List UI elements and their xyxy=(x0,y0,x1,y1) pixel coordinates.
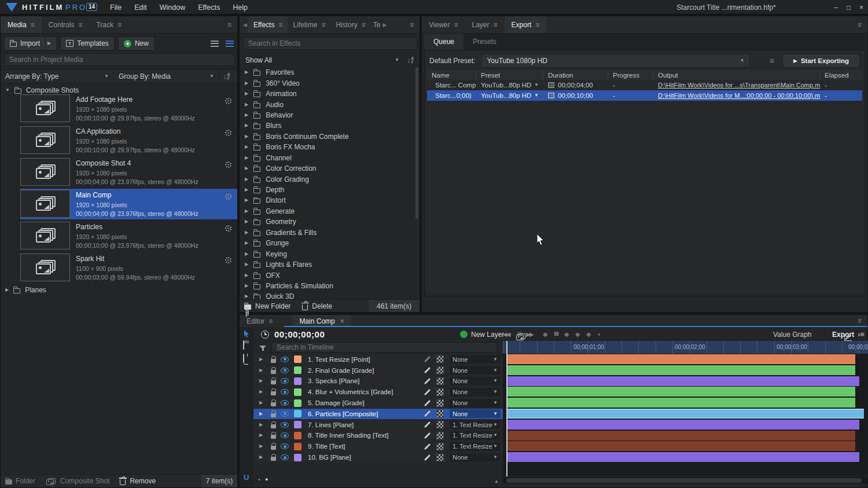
tab-scroll-right-icon[interactable]: ▶ xyxy=(383,22,387,28)
lock-icon[interactable] xyxy=(271,457,276,461)
menu-window[interactable]: Window xyxy=(160,3,185,12)
caret-right-icon[interactable]: ▶ xyxy=(245,241,248,245)
collapse-panel-icon[interactable]: ›≡ xyxy=(858,330,865,339)
splitter-grip-icon[interactable]: ▲ xyxy=(494,479,499,484)
pencil-icon[interactable] xyxy=(424,378,431,384)
effect-folder-favorites[interactable]: ▶Favorites xyxy=(240,67,417,78)
lock-icon[interactable] xyxy=(271,391,276,395)
caret-right-icon[interactable]: ▶ xyxy=(245,262,248,267)
column-output[interactable]: Output xyxy=(653,70,820,80)
tab-effects[interactable]: Effects≡ xyxy=(248,16,288,33)
menu-effects[interactable]: Effects xyxy=(198,3,220,12)
new-folder-button[interactable]: New Folder xyxy=(244,302,290,310)
timeline-clip-bar[interactable] xyxy=(507,452,859,462)
lock-icon[interactable] xyxy=(271,446,276,450)
layer-row-8[interactable]: ▶ 8. Title Inner Shading [Text] 1. Text … xyxy=(253,431,503,441)
tab-track[interactable]: Track≡ xyxy=(89,16,128,33)
remove-button[interactable]: Remove xyxy=(120,477,156,485)
sort-icon[interactable]: ↓AZ xyxy=(407,57,414,64)
start-exporting-button[interactable]: ▶ Start Exporting xyxy=(782,54,860,68)
layer-name[interactable]: 6. Particles [Composite] xyxy=(308,410,424,417)
tab-menu-icon[interactable]: ≡ xyxy=(362,21,366,28)
effect-folder-color-correction[interactable]: ▶Color Correction xyxy=(240,163,417,174)
tab-text-truncated[interactable]: Te xyxy=(371,16,383,33)
sort-icon[interactable]: ↓AZ xyxy=(223,73,230,80)
mask-checkerboard-icon[interactable] xyxy=(436,399,444,407)
effect-folder-360-video[interactable]: ▶360° Video xyxy=(240,78,417,88)
lock-icon[interactable] xyxy=(271,435,276,439)
effect-folder-channel[interactable]: ▶Channel xyxy=(240,153,417,163)
lock-icon[interactable] xyxy=(271,359,276,363)
layer-color-swatch[interactable] xyxy=(294,377,301,385)
parent-layer-dropdown[interactable]: 1. Text Resize▼ xyxy=(450,420,501,429)
eye-visibility-icon[interactable] xyxy=(281,411,289,417)
queue-row-1[interactable]: Starc... Comp YouTub...80p HD▼ 00;00;04;… xyxy=(427,80,862,90)
column-preset[interactable]: Preset xyxy=(476,70,543,80)
composite-shot-button[interactable]: Composite Shot xyxy=(46,477,109,486)
tab-menu-icon[interactable]: ≡ xyxy=(269,318,273,325)
effect-folder-generate[interactable]: ▶Generate xyxy=(240,206,417,217)
eye-visibility-icon[interactable] xyxy=(281,432,289,438)
queue-item-preset-dropdown[interactable]: YouTub...80p HD▼ xyxy=(476,92,543,99)
caret-right-icon[interactable]: ▶ xyxy=(245,252,248,256)
parent-layer-dropdown[interactable]: None▼ xyxy=(450,399,501,408)
minimize-button[interactable]: – xyxy=(834,3,838,12)
layer-color-swatch[interactable] xyxy=(294,432,301,439)
lock-icon[interactable] xyxy=(271,402,276,406)
parent-layer-dropdown[interactable]: None▼ xyxy=(450,388,501,397)
media-item-add-footage[interactable]: Add Footage Here1920 × 1080 pixels00;00;… xyxy=(20,93,237,124)
caret-right-icon[interactable]: ▶ xyxy=(259,379,265,383)
eye-visibility-icon[interactable] xyxy=(281,368,289,373)
layer-row-2[interactable]: ▶ 2. Final Grade [Grade] None▼ xyxy=(253,365,503,376)
effects-filter-dropdown[interactable]: Show All ▼ ↓AZ xyxy=(240,54,420,67)
tab-menu-icon[interactable]: ≡ xyxy=(31,21,35,28)
effect-folder-keying[interactable]: ▶Keying xyxy=(240,248,417,259)
pencil-icon[interactable] xyxy=(424,410,431,417)
caret-right-icon[interactable]: ▶ xyxy=(5,288,9,292)
parent-layer-dropdown[interactable]: None▼ xyxy=(450,453,501,462)
close-button[interactable]: × xyxy=(859,3,863,12)
caret-right-icon[interactable]: ▶ xyxy=(259,444,265,449)
caret-right-icon[interactable]: ▶ xyxy=(245,294,248,299)
track-lane-area[interactable] xyxy=(503,354,868,476)
output-path-link[interactable]: D:\HitFilm Work\Videos for ...s\Transpar… xyxy=(658,82,820,89)
caret-right-icon[interactable]: ▶ xyxy=(245,188,248,192)
keyframe-prev-icon[interactable]: ◆ xyxy=(543,331,547,338)
queue-item-output[interactable]: D:\HitFilm Work\Videos for ...s\Transpar… xyxy=(653,82,820,89)
caret-right-icon[interactable]: ▶ xyxy=(259,401,265,405)
column-duration[interactable]: Duration xyxy=(543,70,608,80)
new-layer-plus-icon[interactable] xyxy=(460,331,468,338)
caret-right-icon[interactable]: ▶ xyxy=(259,412,265,416)
caret-right-icon[interactable]: ▶ xyxy=(245,134,248,139)
caret-right-icon[interactable]: ▶ xyxy=(245,273,248,278)
mask-checkerboard-icon[interactable] xyxy=(436,421,444,428)
layer-row-10[interactable]: ▶ 10. BG [Plane] None▼ xyxy=(253,452,503,463)
effect-folder-gradients-fills[interactable]: ▶Gradients & Fills xyxy=(240,228,417,238)
next-frame-icon[interactable]: ▶▶ xyxy=(526,331,532,337)
mask-checkerboard-icon[interactable] xyxy=(436,410,444,417)
menu-help[interactable]: Help xyxy=(233,3,248,12)
parent-layer-dropdown[interactable]: 1. Text Resize▼ xyxy=(450,431,501,440)
layer-row-3[interactable]: ▶ 3. Specks [Plane] None▼ xyxy=(253,376,503,387)
new-button[interactable]: + New xyxy=(118,36,155,50)
layer-name[interactable]: 5. Damage [Grade] xyxy=(308,399,424,406)
parent-layer-dropdown[interactable]: None▼ xyxy=(450,409,501,418)
tab-controls[interactable]: Controls≡ xyxy=(42,16,90,33)
subtab-queue[interactable]: Queue xyxy=(424,34,464,50)
timeline-clip-bar[interactable] xyxy=(507,441,855,451)
layer-color-swatch[interactable] xyxy=(294,454,301,461)
caret-right-icon[interactable]: ▶ xyxy=(259,423,265,427)
gear-icon[interactable] xyxy=(225,225,231,232)
effects-search-input[interactable] xyxy=(243,37,417,50)
hand-tool-icon[interactable] xyxy=(243,340,244,350)
timeline-export-button[interactable]: Export xyxy=(832,331,854,339)
caret-right-icon[interactable]: ▶ xyxy=(245,145,248,149)
effect-folder-audio[interactable]: ▶Audio xyxy=(240,99,417,109)
caret-right-icon[interactable]: ▶ xyxy=(259,390,265,394)
caret-right-icon[interactable]: ▶ xyxy=(245,209,248,214)
caret-right-icon[interactable]: ▶ xyxy=(259,455,265,460)
pencil-icon[interactable] xyxy=(424,356,431,362)
timeline-clip-bar[interactable] xyxy=(507,387,855,397)
mask-checkerboard-icon[interactable] xyxy=(436,388,444,396)
caret-right-icon[interactable]: ▶ xyxy=(245,284,248,288)
